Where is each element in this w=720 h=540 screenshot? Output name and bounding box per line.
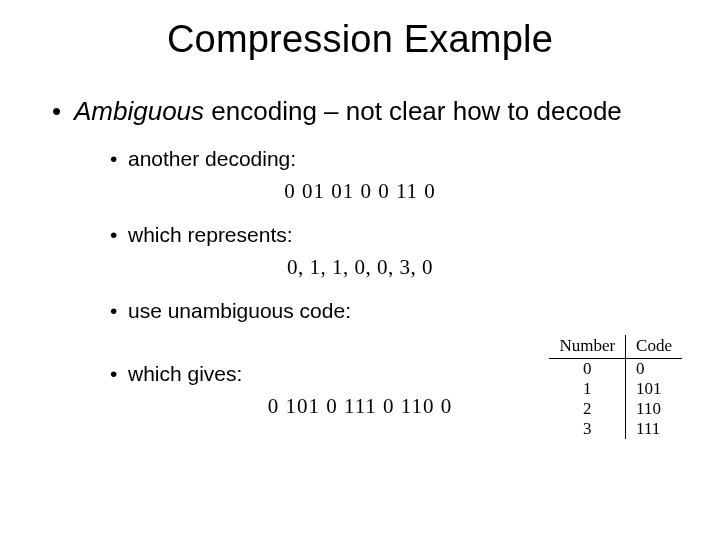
header-number: Number [549,335,625,359]
sub-bullet-label: another decoding: [128,147,296,170]
table-header-row: Number Code [549,335,682,359]
bullet-ambiguous-encoding: Ambiguous encoding – not clear how to de… [52,95,680,128]
sub-bullet-label: which gives: [128,362,242,385]
cell-number: 2 [549,399,625,419]
bullet-text: encoding – not clear how to decode [204,96,622,126]
slide: Compression Example Ambiguous encoding –… [0,0,720,540]
table-row: 2 110 [549,399,682,419]
sub-bullet-represents: which represents: [110,222,680,247]
cell-number: 3 [549,419,625,439]
sub-bullet-unambiguous: use unambiguous code: [110,298,680,323]
sub-bullet-another-decoding: another decoding: [110,146,680,171]
cell-code: 101 [626,379,682,399]
cell-number: 0 [549,359,625,380]
cell-code: 110 [626,399,682,419]
page-title: Compression Example [40,18,680,61]
table-row: 0 0 [549,359,682,380]
math-decoding: 0 01 01 0 0 11 0 [40,179,680,204]
sub-bullet-label: use unambiguous code: [128,299,351,322]
math-represents: 0, 1, 1, 0, 0, 3, 0 [40,255,680,280]
cell-code: 111 [626,419,682,439]
sub-bullet-label: which represents: [128,223,293,246]
header-code: Code [626,335,682,359]
cell-number: 1 [549,379,625,399]
table-row: 3 111 [549,419,682,439]
table-row: 1 101 [549,379,682,399]
bullet-emph: Ambiguous [74,96,204,126]
code-table: Number Code 0 0 1 101 2 110 3 111 [549,335,682,439]
cell-code: 0 [626,359,682,380]
